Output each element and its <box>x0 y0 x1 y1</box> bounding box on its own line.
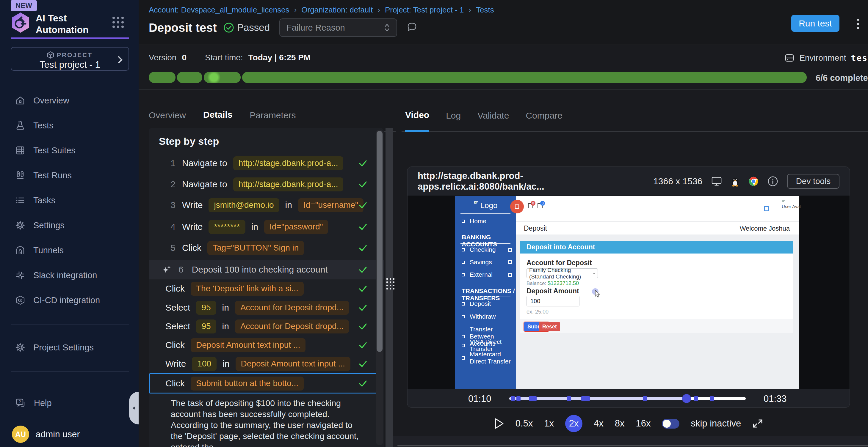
timeline-playhead[interactable] <box>682 394 691 403</box>
fullscreen-icon[interactable] <box>752 418 763 429</box>
sidebar-item-test-suites[interactable]: Test Suites <box>11 141 130 160</box>
substep-row-2[interactable]: Select 95 in Account for Deposit dropd..… <box>149 298 384 317</box>
tab-details[interactable]: Details <box>203 100 232 132</box>
step-value-chip: 95 <box>196 319 216 334</box>
app-root: NEW AI Test Automation <box>0 0 868 447</box>
collapse-arrow-icon <box>132 406 136 410</box>
sidebar-item-help[interactable]: ? Help <box>11 394 130 412</box>
breadcrumb-organization[interactable]: Organization: default <box>301 5 373 14</box>
sidebar-item-tunnels[interactable]: Tunnels <box>11 241 130 260</box>
more-actions-kebab[interactable] <box>852 17 864 30</box>
play-icon[interactable] <box>494 418 504 429</box>
breadcrumb-tests[interactable]: Tests <box>476 5 494 14</box>
bank-nav-mastercard: Mastercard Direct Transfer <box>462 351 512 365</box>
video-tabs: Video Log Validate Compare <box>402 100 868 132</box>
steps-scrollbar-thumb[interactable] <box>377 131 382 352</box>
step-row-1[interactable]: 1 Navigate to http://stage.dbank.prod-a.… <box>149 153 384 173</box>
steps-scrollbar-track[interactable] <box>376 130 383 445</box>
step-row-4[interactable]: 4 Write ******** in Id="password" <box>149 217 384 236</box>
info-icon[interactable] <box>768 176 778 187</box>
sidebar-item-cicd-integration[interactable]: CI-CD integration <box>11 291 130 309</box>
steps-panel: Step by step 1 Navigate to http://stage.… <box>149 128 384 447</box>
bank-amount-input: 100 <box>527 296 580 306</box>
sidebar-item-slack-integration[interactable]: Slack integration <box>11 266 130 284</box>
speed-1x[interactable]: 1x <box>544 418 554 429</box>
speed-16x[interactable]: 16x <box>636 418 651 429</box>
speed-8x[interactable]: 8x <box>615 418 625 429</box>
speed-4x[interactable]: 4x <box>594 418 603 429</box>
breadcrumb-account[interactable]: Account: Devspace_all_module_licenses <box>149 5 289 14</box>
tab-log[interactable]: Log <box>446 100 461 131</box>
run-test-button[interactable]: Run test <box>791 15 839 32</box>
section-divider <box>138 89 868 90</box>
speed-2x[interactable]: 2x <box>565 415 583 432</box>
cicd-icon <box>16 296 25 305</box>
sidebar-item-tests[interactable]: Tests <box>11 116 130 135</box>
linux-penguin-icon <box>731 176 739 187</box>
skip-inactive-toggle[interactable] <box>662 419 679 428</box>
tab-compare[interactable]: Compare <box>526 100 562 131</box>
sidebar-divider <box>11 324 129 325</box>
page-title: Deposit test <box>149 21 217 34</box>
step-target-chip: Id="username" <box>298 198 364 212</box>
select-updown-icon <box>384 23 390 32</box>
tab-validate[interactable]: Validate <box>477 100 509 131</box>
brand: AI Test Automation <box>11 12 89 36</box>
video-panel: http://stage.dbank.prod-apps.relicx.ai:8… <box>407 166 850 408</box>
panel-resize-grip[interactable] <box>386 278 395 289</box>
step-group-6[interactable]: 6 Deposit 100 into checking account <box>149 260 384 279</box>
substep-row-4[interactable]: Click Deposit Amount text input ... <box>149 336 384 354</box>
new-badge: NEW <box>11 0 37 11</box>
bank-section-transactions: TRANSACTIONS / TRANSFERS <box>462 287 516 302</box>
step-row-5[interactable]: 5 Click Tag="BUTTON" Sign in <box>149 238 384 257</box>
step-check-icon <box>358 379 368 388</box>
breadcrumb: Account: Devspace_all_module_licenses › … <box>149 5 494 14</box>
sidebar-item-overview[interactable]: Overview <box>11 91 130 110</box>
step-row-2[interactable]: 2 Navigate to http://stage.dbank.prod-a.… <box>149 175 384 194</box>
substep-row-1[interactable]: Click The 'Deposit' link with a si... <box>149 279 384 298</box>
sidebar-item-test-runs[interactable]: Test Runs <box>11 166 130 184</box>
sidebar-collapse-handle[interactable] <box>129 392 138 424</box>
speed-0.5x[interactable]: 0.5x <box>516 418 533 429</box>
horizontal-scrollbar[interactable] <box>397 445 868 446</box>
bank-nav-deposit: Deposit <box>462 300 512 307</box>
start-time-label: Start time: <box>205 53 243 62</box>
substep-row-5[interactable]: Write 100 in Deposit Amount text input .… <box>149 354 384 373</box>
substep-row-6-selected[interactable]: Click Submit button at the botto... <box>149 374 384 393</box>
skip-inactive-label: skip inactive <box>691 418 741 429</box>
overlay-marker-1: 0 <box>528 203 533 208</box>
bank-nav-visa: VISA Direct Transfer <box>462 338 512 352</box>
step-row-3[interactable]: 3 Write jsmith@demo.io in Id="username" <box>149 196 384 215</box>
user-menu[interactable]: AU admin user <box>12 425 80 443</box>
timeline-track[interactable] <box>509 397 746 400</box>
bank-topbar: 0 0 User Avat <box>516 196 799 221</box>
step-check-icon <box>358 222 368 232</box>
project-selector[interactable]: PROJECT Test project - 1 <box>11 47 129 71</box>
dev-tools-button[interactable]: Dev tools <box>787 174 839 189</box>
substep-row-3[interactable]: Select 95 in Account for Deposit dropd..… <box>149 317 384 336</box>
bank-section-accounts: BANKING ACCOUNTS <box>462 234 516 248</box>
sidebar-item-tasks[interactable]: Tasks <box>11 191 130 209</box>
step-check-icon <box>358 321 368 331</box>
step-check-icon <box>358 284 368 294</box>
user-name: admin user <box>36 429 80 439</box>
test-runs-icon <box>16 171 25 180</box>
tab-overview[interactable]: Overview <box>149 100 186 131</box>
tab-video[interactable]: Video <box>405 100 429 132</box>
tab-parameters[interactable]: Parameters <box>250 100 296 131</box>
app-title: AI Test Automation <box>36 12 89 36</box>
status-badge: Passed <box>237 22 270 33</box>
svg-text:?: ? <box>19 400 21 404</box>
app-logo-icon <box>11 12 30 33</box>
bank-titlebar: Deposit Welcome Joshua <box>516 221 799 234</box>
apps-grid-icon[interactable] <box>113 16 124 28</box>
video-screen[interactable]: Logo Home BANKING ACCOUNTS Checking Savi… <box>407 196 849 389</box>
breadcrumb-project[interactable]: Project: Test project - 1 <box>385 5 464 14</box>
sidebar-item-project-settings[interactable]: Project Settings <box>11 338 130 357</box>
step-value-chip: ******** <box>209 220 245 234</box>
comment-icon[interactable] <box>406 22 418 34</box>
sidebar-item-settings[interactable]: Settings <box>11 216 130 235</box>
failure-reason-select[interactable]: Failure Reason <box>279 19 397 37</box>
step-check-icon <box>358 359 368 369</box>
step-check-icon <box>358 200 368 210</box>
